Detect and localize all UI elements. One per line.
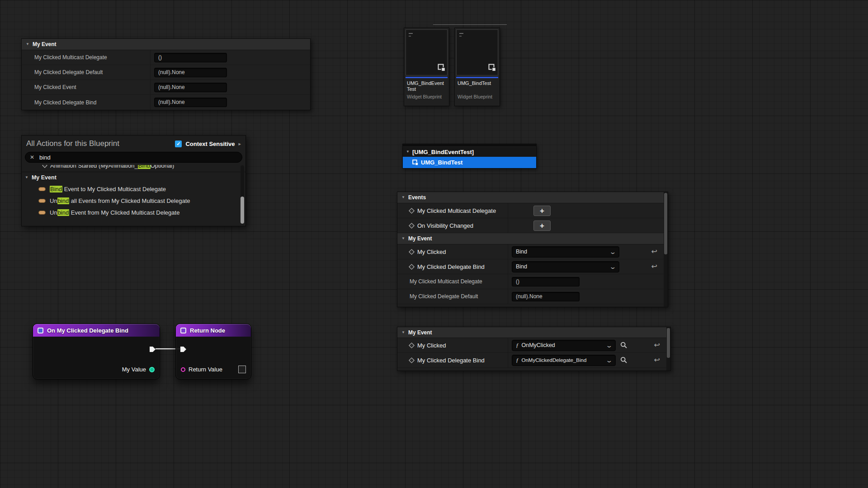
event-label: On Visibility Changed bbox=[417, 222, 473, 229]
search-highlight: Bind bbox=[138, 165, 151, 169]
add-event-button[interactable]: + bbox=[533, 206, 551, 216]
property-value-field[interactable]: (null).None bbox=[512, 292, 580, 301]
category-label: My Event bbox=[32, 174, 57, 181]
actions-search-input[interactable] bbox=[38, 154, 237, 161]
category-header-my-event[interactable]: ▼ My Event bbox=[397, 233, 664, 244]
plus-icon: + bbox=[540, 207, 544, 215]
reset-to-default-icon[interactable]: ↩ bbox=[651, 263, 657, 270]
property-value-field[interactable]: (null).None bbox=[154, 98, 227, 107]
node-title: Return Node bbox=[190, 327, 225, 334]
search-icon bbox=[620, 357, 627, 364]
action-item-unbind-all[interactable]: Unbind all Events from My Clicked Multic… bbox=[22, 195, 245, 206]
widget-blueprint-icon bbox=[412, 160, 419, 166]
reset-to-default-icon[interactable]: ↩ bbox=[651, 248, 657, 255]
property-value-field[interactable]: () bbox=[512, 277, 580, 286]
event-bind-row: My Clicked Delegate Bind Bind ⌄ ↩ bbox=[397, 259, 664, 274]
exec-input-pin[interactable] bbox=[180, 346, 187, 354]
details-scrollbar-thumb[interactable] bbox=[664, 193, 667, 254]
action-item-unbind-event[interactable]: Unbind Event from My Clicked Multicast D… bbox=[22, 206, 245, 218]
property-row: My Clicked Multicast Delegate () bbox=[22, 50, 310, 65]
property-row: My Clicked Delegate Default (null).None bbox=[22, 65, 310, 80]
category-header-events[interactable]: ▼ Events bbox=[397, 192, 664, 203]
actions-scrollbar-track[interactable] bbox=[241, 165, 244, 224]
widget-hierarchy-panel: ▼ [UMG_BindEventTest] UMG_BindTest bbox=[402, 144, 537, 169]
return-value-checkbox[interactable] bbox=[238, 366, 246, 373]
event-function-row: My Clicked ƒ OnMyClicked ⌄ ↩ bbox=[397, 338, 666, 353]
category-label: Events bbox=[408, 194, 426, 201]
browse-to-function-button[interactable] bbox=[620, 342, 627, 349]
my-value-output-pin[interactable] bbox=[149, 367, 155, 372]
event-label: My Clicked Delegate Bind bbox=[417, 263, 485, 270]
event-diamond-icon bbox=[409, 249, 415, 255]
function-icon: ƒ bbox=[516, 342, 519, 349]
widget-blueprint-icon bbox=[438, 64, 446, 74]
panel-edge-line bbox=[433, 24, 507, 25]
event-row: On Visibility Changed + bbox=[397, 218, 664, 233]
events-details-panel: ▼ Events My Clicked Multicast Delegate +… bbox=[397, 192, 668, 307]
chevron-down-icon: ▼ bbox=[406, 150, 410, 154]
property-row: My Clicked Delegate Default (null).None bbox=[397, 289, 664, 304]
actions-search-bar[interactable]: ✕ bbox=[25, 152, 242, 163]
category-label: My Event bbox=[408, 235, 432, 242]
clear-search-icon[interactable]: ✕ bbox=[30, 155, 34, 160]
property-label: My Clicked Delegate Default bbox=[34, 69, 103, 75]
function-dropdown[interactable]: ƒ OnMyClickedDelegate_Bind ⌄ bbox=[512, 355, 616, 366]
context-sensitive-checkbox[interactable]: ✓ bbox=[175, 141, 182, 147]
chevron-down-icon: ▼ bbox=[401, 237, 405, 240]
all-actions-menu: All Actions for this Blueprint ✓ Context… bbox=[21, 135, 246, 226]
asset-card-umg-bindeventtest[interactable]: UMG_BindEvent Test Widget Blueprint bbox=[404, 28, 449, 106]
chevron-down-icon: ▼ bbox=[26, 42, 29, 46]
hierarchy-root-row[interactable]: ▼ [UMG_BindEventTest] bbox=[403, 147, 536, 157]
browse-to-function-button[interactable] bbox=[620, 357, 627, 364]
hierarchy-selected-row[interactable]: UMG_BindTest bbox=[403, 157, 536, 168]
node-header[interactable]: Return Node bbox=[176, 324, 251, 337]
chevron-right-icon[interactable]: ▸ bbox=[238, 141, 241, 147]
thumbnail-text-mark bbox=[459, 33, 463, 34]
reset-to-default-icon[interactable]: ↩ bbox=[654, 342, 660, 349]
node-header[interactable]: On My Clicked Delegate Bind bbox=[33, 324, 160, 337]
return-node-icon bbox=[180, 328, 186, 333]
action-item-clipped[interactable]: Animation Started (MyAnimation_BindOptio… bbox=[22, 165, 245, 172]
property-value-field[interactable]: (null).None bbox=[154, 68, 227, 77]
hierarchy-root-label: [UMG_BindEventTest] bbox=[412, 149, 474, 155]
details-scrollbar-track[interactable] bbox=[664, 192, 668, 307]
add-event-button[interactable]: + bbox=[533, 221, 551, 231]
actions-menu-title: All Actions for this Blueprint bbox=[26, 139, 171, 148]
property-value-field[interactable]: (null).None bbox=[154, 83, 227, 92]
action-text: Un bbox=[50, 209, 57, 216]
event-node-icon bbox=[38, 328, 43, 333]
function-dropdown[interactable]: ƒ OnMyClicked ⌄ bbox=[512, 340, 616, 351]
node-return-node[interactable]: Return Node Return Value bbox=[175, 324, 251, 380]
thumbnail-text-mark bbox=[409, 36, 411, 37]
bind-dropdown[interactable]: Bind ⌄ bbox=[512, 246, 619, 258]
dropdown-value: OnMyClicked bbox=[522, 342, 555, 348]
category-header-my-event[interactable]: ▼ My Event bbox=[22, 39, 310, 50]
property-value-field[interactable]: () bbox=[154, 53, 227, 62]
details-scrollbar-thumb[interactable] bbox=[667, 328, 670, 358]
pin-label: My Value bbox=[122, 366, 146, 373]
asset-type-label: Widget Blueprint bbox=[455, 92, 500, 99]
reset-to-default-icon[interactable]: ↩ bbox=[654, 357, 660, 364]
exec-output-pin[interactable] bbox=[149, 346, 156, 354]
thumbnail-text-mark bbox=[459, 36, 462, 37]
event-diamond-icon bbox=[42, 165, 47, 168]
event-diamond-icon bbox=[409, 343, 415, 348]
node-on-my-clicked-delegate-bind[interactable]: On My Clicked Delegate Bind My Value bbox=[33, 324, 160, 380]
check-icon: ✓ bbox=[176, 141, 180, 147]
bind-dropdown[interactable]: Bind ⌄ bbox=[512, 261, 619, 272]
category-header-my-event[interactable]: ▼ My Event bbox=[397, 327, 666, 338]
event-label: My Clicked bbox=[417, 249, 446, 255]
property-label: My Clicked Delegate Bind bbox=[34, 99, 96, 106]
return-value-input-pin[interactable] bbox=[181, 367, 185, 372]
asset-card-umg-bindtest[interactable]: UMG_BindTest Widget Blueprint bbox=[454, 28, 500, 106]
actions-scrollbar-thumb[interactable] bbox=[241, 197, 244, 224]
action-text: Event from My Clicked Multicast Delegate bbox=[69, 209, 179, 216]
chevron-down-icon: ⌄ bbox=[609, 249, 616, 255]
widget-blueprint-icon bbox=[488, 64, 496, 74]
actions-category-my-event[interactable]: ▼ My Event bbox=[22, 172, 245, 183]
action-item-bind-event[interactable]: Bind Event to My Clicked Multicast Deleg… bbox=[22, 183, 245, 195]
details-scrollbar-track[interactable] bbox=[666, 327, 670, 371]
property-label: My Clicked Multicast Delegate bbox=[410, 278, 482, 285]
property-row: My Clicked Delegate Bind (null).None bbox=[22, 95, 310, 110]
action-text: Animation Started (MyAnimation_ bbox=[50, 165, 138, 169]
